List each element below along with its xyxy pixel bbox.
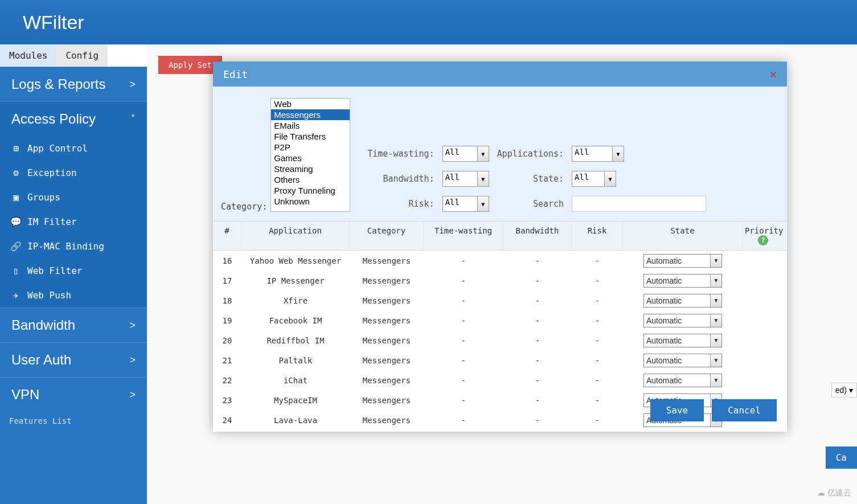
state-select[interactable]: Automatic▼ <box>643 294 722 308</box>
sidebar-item-web-push[interactable]: ✈Web Push <box>0 283 147 308</box>
modal-header: Edit ✕ <box>213 62 787 87</box>
risk-select[interactable]: All▼ <box>442 196 489 212</box>
category-item[interactable]: Streaming <box>271 163 350 174</box>
bandwidth-select[interactable]: All▼ <box>442 171 489 187</box>
sidebar-item-groups[interactable]: ▣Groups <box>0 185 147 210</box>
category-item[interactable]: File Transfers <box>271 131 350 142</box>
edit-modal: Edit ✕ Category: WebMessengersEMailsFile… <box>213 62 787 432</box>
category-item[interactable]: Others <box>271 174 350 185</box>
sidebar-item-ip-mac-binding[interactable]: 🔗IP-MAC Binding <box>0 234 147 259</box>
cell-state: Automatic▼ <box>623 354 743 367</box>
nav-bandwidth[interactable]: Bandwidth > <box>0 308 147 342</box>
cloud-icon: ☁ <box>817 488 825 497</box>
cell-risk: - <box>572 256 623 265</box>
cell-risk: - <box>572 356 623 365</box>
cell-cat: Messengers <box>350 256 424 265</box>
cell-app: iChat <box>241 376 350 385</box>
cell-cat: Messengers <box>350 276 424 285</box>
category-item[interactable]: Unknown <box>271 196 350 207</box>
applications-select[interactable]: All▼ <box>572 146 624 162</box>
time-wasting-label: Time-wasting: <box>367 149 434 159</box>
chevron-right-icon: > <box>129 79 136 91</box>
category-item[interactable]: P2P <box>271 142 350 153</box>
cell-cat: Messengers <box>350 356 424 365</box>
cancel-button[interactable]: Cancel <box>712 399 777 421</box>
send-icon: ✈ <box>10 290 22 301</box>
cell-num: 18 <box>213 296 241 305</box>
table-row: 20Rediffbol IMMessengers---Automatic▼ <box>213 330 787 350</box>
cell-tw: - <box>424 296 503 305</box>
table-row: 19Facebook IMMessengers---Automatic▼ <box>213 310 787 330</box>
cell-num: 22 <box>213 376 241 385</box>
close-icon[interactable]: ✕ <box>770 67 777 81</box>
cell-app: Facebook IM <box>241 316 350 325</box>
search-input[interactable] <box>572 196 706 212</box>
category-item[interactable]: Games <box>271 153 350 163</box>
dropdown-icon: ▼ <box>710 354 721 367</box>
dropdown-icon: ▼ <box>710 334 721 347</box>
search-label: Search <box>497 199 564 209</box>
cell-tw: - <box>424 356 503 365</box>
state-select[interactable]: All▼ <box>572 171 616 187</box>
tab-modules[interactable]: Modules <box>0 44 56 67</box>
partial-dropdown[interactable]: ed)▾ <box>831 383 857 398</box>
nav-logs-reports[interactable]: Logs & Reports > <box>0 67 147 101</box>
cell-cat: Messengers <box>350 376 424 385</box>
state-select[interactable]: Automatic▼ <box>643 354 722 367</box>
state-select[interactable]: Automatic▼ <box>643 254 722 268</box>
nav-label: Access Policy <box>11 111 96 127</box>
sidebar-item-app-control[interactable]: ⊞App Control <box>0 136 147 161</box>
category-item[interactable]: Proxy Tunneling <box>271 185 350 196</box>
nav-vpn[interactable]: VPN > <box>0 377 147 412</box>
cell-tw: - <box>424 276 503 285</box>
category-item[interactable]: Messengers <box>271 109 350 120</box>
category-listbox[interactable]: WebMessengersEMailsFile TransfersP2PGame… <box>270 98 350 212</box>
nav-user-auth[interactable]: User Auth > <box>0 342 147 377</box>
cell-state: Automatic▼ <box>623 334 743 347</box>
sidebar-item-exception[interactable]: ⚙Exception <box>0 161 147 185</box>
save-button[interactable]: Save <box>650 399 704 421</box>
chat-icon: 💬 <box>10 216 22 227</box>
time-wasting-select[interactable]: All▼ <box>442 146 489 162</box>
sidebar-item-web-filter[interactable]: ▯Web Filter <box>0 259 147 283</box>
state-select[interactable]: Automatic▼ <box>643 274 722 288</box>
category-item[interactable]: EMails <box>271 120 350 131</box>
tab-config[interactable]: Config <box>56 44 108 67</box>
background-cancel-button[interactable]: Ca <box>826 446 857 469</box>
features-list-link[interactable]: Features List <box>0 412 147 430</box>
col-priority: Priority? <box>743 222 780 250</box>
state-select[interactable]: Automatic▼ <box>643 334 722 347</box>
dropdown-icon: ▼ <box>710 294 721 307</box>
cell-num: 19 <box>213 316 241 325</box>
cell-tw: - <box>424 256 503 265</box>
state-select[interactable]: Automatic▼ <box>643 374 722 387</box>
cell-bw: - <box>503 416 572 425</box>
sidebar: Modules Config Logs & Reports > Access P… <box>0 44 147 504</box>
cell-cat: Messengers <box>350 316 424 325</box>
table-row: 22iChatMessengers---Automatic▼ <box>213 370 787 390</box>
col-risk: Risk <box>572 222 623 250</box>
help-icon[interactable]: ? <box>758 235 768 245</box>
nav-label: VPN <box>11 387 39 403</box>
dropdown-icon: ▼ <box>477 171 489 186</box>
state-label: State: <box>497 174 564 184</box>
cell-tw: - <box>424 376 503 385</box>
cell-bw: - <box>503 316 572 325</box>
gear-icon: ⚙ <box>10 167 22 178</box>
state-select[interactable]: Automatic▼ <box>643 314 722 327</box>
cell-bw: - <box>503 356 572 365</box>
dropdown-icon: ▼ <box>710 374 721 387</box>
cell-tw: - <box>424 316 503 325</box>
cell-bw: - <box>503 276 572 285</box>
cell-state: Automatic▼ <box>623 274 743 288</box>
dropdown-icon: ▼ <box>710 314 721 327</box>
sidebar-item-im-filter[interactable]: 💬IM Filter <box>0 210 147 234</box>
nav-access-policy[interactable]: Access Policy ˅ <box>0 101 147 136</box>
chevron-right-icon: > <box>129 389 136 401</box>
cell-risk: - <box>572 416 623 425</box>
page-icon: ▯ <box>10 265 22 276</box>
category-item[interactable]: Web <box>271 99 350 109</box>
watermark: ☁亿速云 <box>817 488 851 498</box>
cell-state: Automatic▼ <box>623 374 743 387</box>
risk-label: Risk: <box>367 199 434 209</box>
